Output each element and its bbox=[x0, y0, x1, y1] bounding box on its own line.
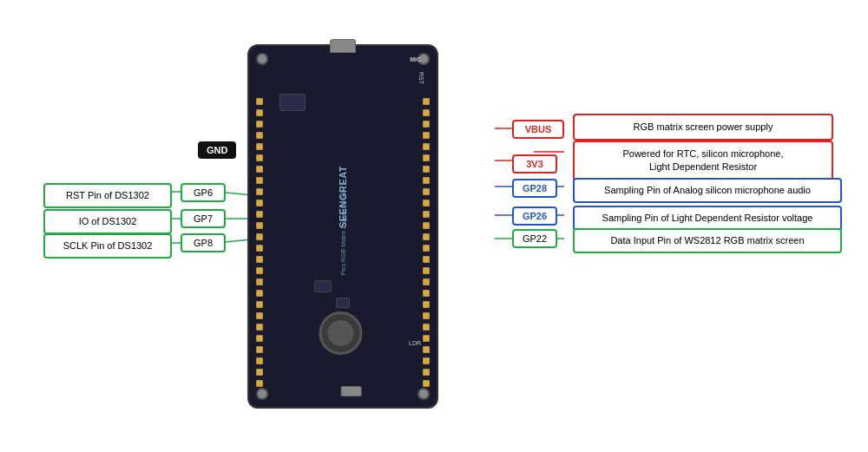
rst-ds1302-desc: RST Pin of DS1302 bbox=[43, 183, 172, 208]
circuit-board: MIC RST SEENGREAT Pico RGB Matrix Expans… bbox=[247, 44, 438, 409]
ic-chip-2 bbox=[314, 280, 332, 292]
gp28-label: GP28 bbox=[512, 179, 557, 198]
gp22-desc: Data Input Pin of WS2812 RGB matrix scre… bbox=[573, 228, 842, 253]
gnd-label: GND bbox=[198, 141, 236, 159]
gp26-label: GP26 bbox=[512, 206, 557, 226]
mic-label: MIC bbox=[410, 56, 421, 62]
vbus-label: VBUS bbox=[512, 120, 564, 139]
gp22-label: GP22 bbox=[512, 229, 557, 248]
corner-hole-tl bbox=[256, 53, 268, 65]
sclk-ds1302-desc: SCLK Pin of DS1302 bbox=[43, 233, 172, 259]
io-ds1302-desc: IO of DS1302 bbox=[43, 209, 172, 234]
gp8-label: GP8 bbox=[181, 233, 226, 252]
corner-hole-bl bbox=[256, 388, 268, 400]
ic-chip-1 bbox=[279, 94, 306, 111]
gp26-desc: Sampling Pin of Light Dependent Resistor… bbox=[573, 206, 842, 231]
gp28-desc: Sampling Pin of Analog silicon microphon… bbox=[573, 178, 842, 203]
right-pin-row bbox=[423, 98, 430, 387]
board-subtitle: Pico RGB Matrix Expansion S1 bbox=[340, 191, 346, 275]
rst-label: RST bbox=[418, 72, 424, 84]
corner-hole-br bbox=[418, 388, 430, 400]
gp6-label: GP6 bbox=[181, 183, 226, 202]
v3-desc: Powered for RTC, silicon microphone, Lig… bbox=[573, 141, 833, 181]
left-pin-row bbox=[256, 98, 263, 387]
vbus-desc: RGB matrix screen power supply bbox=[573, 114, 833, 141]
v3-label: 3V3 bbox=[512, 154, 557, 174]
bottom-connector bbox=[341, 386, 362, 396]
battery-holder bbox=[319, 311, 363, 355]
gp7-label: GP7 bbox=[181, 209, 226, 228]
ldr-label: LDR bbox=[409, 340, 421, 346]
usb-connector bbox=[330, 39, 356, 53]
ic-chip-3 bbox=[336, 298, 350, 308]
